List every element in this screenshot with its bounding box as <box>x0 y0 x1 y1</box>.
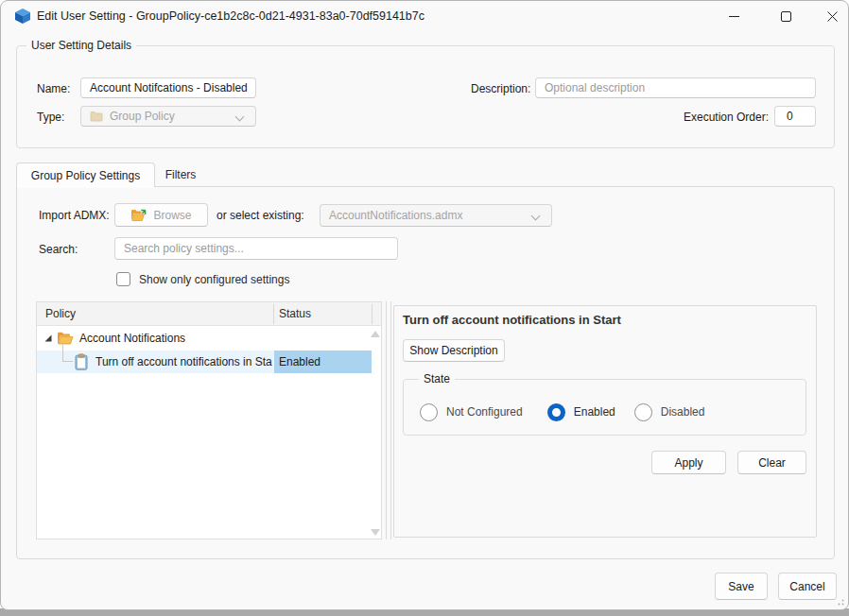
save-button[interactable]: Save <box>715 573 768 600</box>
policy-detail-title: Turn off account notifications in Start <box>403 313 621 327</box>
scroll-up-icon[interactable] <box>371 331 380 337</box>
tree-row-label: Account Notifications <box>79 332 185 345</box>
type-dropdown[interactable]: Group Policy <box>80 106 256 127</box>
radio-disabled[interactable] <box>634 403 652 421</box>
group-legend: User Setting Details <box>26 39 136 52</box>
chevron-down-icon <box>235 113 244 122</box>
panel-splitter[interactable] <box>386 301 391 539</box>
description-placeholder: Optional description <box>545 81 645 94</box>
scroll-down-icon[interactable] <box>371 529 380 536</box>
show-description-label: Show Description <box>409 344 497 357</box>
policy-tree: Policy Status Account Notifications <box>36 301 382 539</box>
tab-label: Filters <box>165 168 197 181</box>
or-select-existing-label: or select existing: <box>217 209 304 222</box>
show-description-button[interactable]: Show Description <box>403 339 505 362</box>
close-button[interactable] <box>810 1 849 31</box>
tree-header: Policy Status <box>37 302 381 326</box>
apply-button[interactable]: Apply <box>651 451 726 474</box>
name-label: Name: <box>37 82 70 95</box>
tree-connector <box>62 345 73 362</box>
state-legend: State <box>419 372 455 385</box>
clear-button[interactable]: Clear <box>737 451 806 474</box>
app-cube-icon <box>14 8 31 25</box>
type-label: Type: <box>37 111 64 124</box>
policy-clipboard-icon <box>75 353 88 370</box>
import-admx-label: Import ADMX: <box>39 209 110 222</box>
apply-label: Apply <box>674 456 702 470</box>
open-folder-icon <box>130 208 147 222</box>
state-radio-group: Not Configured Enabled Disabled <box>420 402 704 421</box>
admx-dropdown[interactable]: AccountNotifications.admx <box>320 204 552 227</box>
radio-enabled[interactable] <box>547 403 565 421</box>
column-divider[interactable] <box>273 304 274 324</box>
column-status[interactable]: Status <box>279 307 311 320</box>
search-placeholder: Search policy settings... <box>124 242 244 255</box>
description-input[interactable]: Optional description <box>535 77 816 98</box>
search-input[interactable]: Search policy settings... <box>114 237 398 260</box>
description-label: Description: <box>471 82 530 95</box>
save-label: Save <box>728 580 754 593</box>
folder-icon <box>90 111 103 122</box>
admx-selected-value: AccountNotifications.admx <box>329 209 462 222</box>
browse-label: Browse <box>153 209 191 222</box>
title-bar: Edit User Setting - GroupPolicy-ce1b2c8c… <box>1 1 848 31</box>
tab-group-policy-settings[interactable]: Group Policy Settings <box>16 163 155 187</box>
show-only-configured-label: Show only configured settings <box>139 273 289 286</box>
cancel-label: Cancel <box>789 580 824 593</box>
name-value: Account Notifcations - Disabled <box>90 81 248 94</box>
search-label: Search: <box>39 243 78 256</box>
clear-label: Clear <box>758 456 786 470</box>
execution-order-label: Execution Order: <box>684 111 769 124</box>
resize-grip[interactable] <box>835 596 844 606</box>
tree-row-policy[interactable]: Turn off account notifications in Sta En… <box>37 351 381 373</box>
status-value: Enabled <box>279 355 321 368</box>
radio-not-configured[interactable] <box>420 403 438 421</box>
show-only-configured-checkbox[interactable] <box>116 272 130 286</box>
execution-order-value: 0 <box>787 110 793 123</box>
tree-row-label: Turn off account notifications in Sta <box>95 355 272 368</box>
radio-label: Not Configured <box>446 405 523 419</box>
browse-button[interactable]: Browse <box>114 203 208 227</box>
tab-label: Group Policy Settings <box>31 169 140 182</box>
radio-label: Enabled <box>574 405 615 419</box>
type-value: Group Policy <box>110 110 175 123</box>
column-divider[interactable] <box>372 304 373 324</box>
folder-icon <box>57 331 74 346</box>
column-policy[interactable]: Policy <box>45 307 76 320</box>
maximize-button[interactable] <box>764 1 807 31</box>
status-cell: Enabled <box>274 351 372 373</box>
execution-order-input[interactable]: 0 <box>774 106 816 127</box>
tab-filters[interactable]: Filters <box>155 163 206 186</box>
window-title: Edit User Setting - GroupPolicy-ce1b2c8c… <box>37 9 424 23</box>
expander-icon[interactable] <box>43 334 53 343</box>
tab-seam <box>17 185 154 188</box>
minimize-button[interactable] <box>712 1 755 31</box>
name-input[interactable]: Account Notifcations - Disabled <box>80 77 256 98</box>
chevron-down-icon <box>531 213 540 221</box>
cancel-button[interactable]: Cancel <box>778 573 837 600</box>
radio-label: Disabled <box>661 405 705 419</box>
tree-row-folder[interactable]: Account Notifications <box>37 327 381 350</box>
edit-user-setting-dialog: Edit User Setting - GroupPolicy-ce1b2c8c… <box>0 0 849 610</box>
